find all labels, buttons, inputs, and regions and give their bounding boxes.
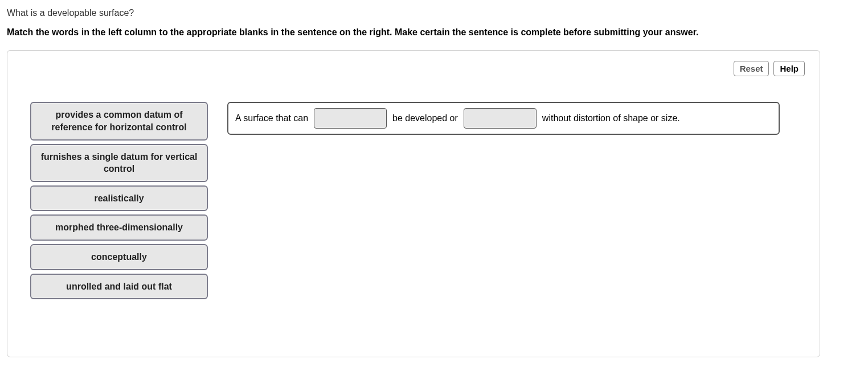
drop-slot-2[interactable] <box>464 108 537 129</box>
panel-controls: Reset Help <box>734 61 805 76</box>
sentence-part: without distortion of shape or size. <box>542 113 680 123</box>
choice-item[interactable]: realistically <box>30 185 208 212</box>
drop-slot-1[interactable] <box>314 108 387 129</box>
choice-item[interactable]: provides a common datum of reference for… <box>30 102 208 140</box>
choice-item[interactable]: conceptually <box>30 244 208 270</box>
sentence-box: A surface that can be developed or witho… <box>227 102 780 135</box>
work-area: provides a common datum of reference for… <box>22 102 805 299</box>
choice-item[interactable]: unrolled and laid out flat <box>30 274 208 300</box>
question-text: What is a developable surface? <box>7 8 861 18</box>
instructions-text: Match the words in the left column to th… <box>7 26 861 39</box>
exercise-panel: Reset Help provides a common datum of re… <box>7 50 820 357</box>
help-button[interactable]: Help <box>773 61 805 76</box>
reset-button[interactable]: Reset <box>734 61 769 76</box>
sentence-part: A surface that can <box>235 113 308 123</box>
choice-item[interactable]: morphed three-dimensionally <box>30 214 208 241</box>
sentence-part: be developed or <box>392 113 458 123</box>
choices-column: provides a common datum of reference for… <box>22 102 208 299</box>
choice-item[interactable]: furnishes a single datum for vertical co… <box>30 144 208 182</box>
